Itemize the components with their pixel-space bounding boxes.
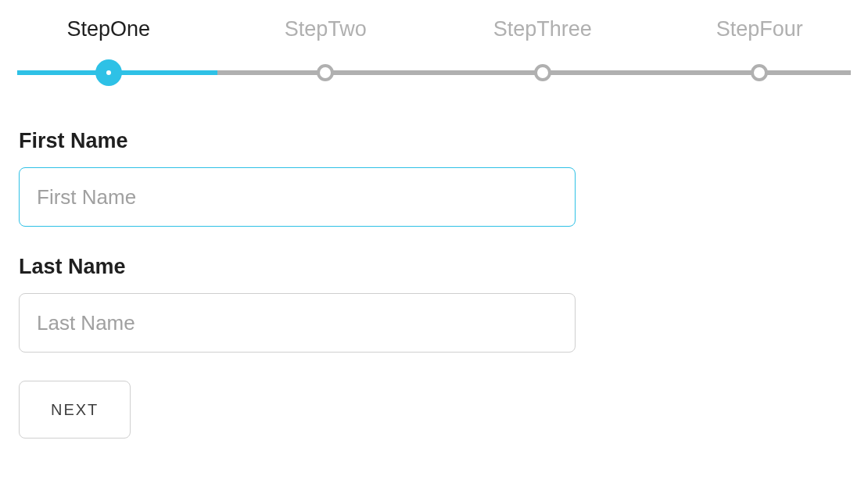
step-line — [651, 70, 760, 75]
step-one-track — [0, 63, 217, 82]
first-name-input[interactable] — [19, 167, 576, 227]
step-four[interactable]: StepFour — [651, 17, 869, 82]
step-one-label: StepOne — [0, 17, 217, 41]
next-button[interactable]: NEXT — [19, 381, 131, 439]
step-line — [325, 70, 434, 75]
step-circle-icon — [95, 59, 122, 86]
step-two-track — [217, 63, 435, 82]
last-name-input[interactable] — [19, 293, 576, 353]
step-four-label: StepFour — [651, 17, 869, 41]
first-name-label: First Name — [19, 129, 576, 153]
step-circle-icon — [534, 64, 551, 81]
step-circle-icon — [317, 64, 334, 81]
step-three-label: StepThree — [434, 17, 651, 41]
first-name-group: First Name — [19, 129, 576, 227]
form-container: First Name Last Name NEXT — [0, 82, 594, 439]
step-three-track — [434, 63, 651, 82]
step-circle-icon — [751, 64, 768, 81]
step-line — [217, 70, 326, 75]
last-name-label: Last Name — [19, 255, 576, 279]
step-line — [109, 70, 217, 75]
stepper: StepOne StepTwo StepThree StepFour — [0, 0, 868, 82]
step-two-label: StepTwo — [217, 17, 435, 41]
step-one[interactable]: StepOne — [0, 17, 217, 82]
step-three[interactable]: StepThree — [434, 17, 651, 82]
step-line — [434, 70, 543, 75]
step-line — [543, 70, 651, 75]
step-line — [759, 70, 851, 75]
last-name-group: Last Name — [19, 255, 576, 353]
step-four-track — [651, 63, 869, 82]
step-two[interactable]: StepTwo — [217, 17, 435, 82]
